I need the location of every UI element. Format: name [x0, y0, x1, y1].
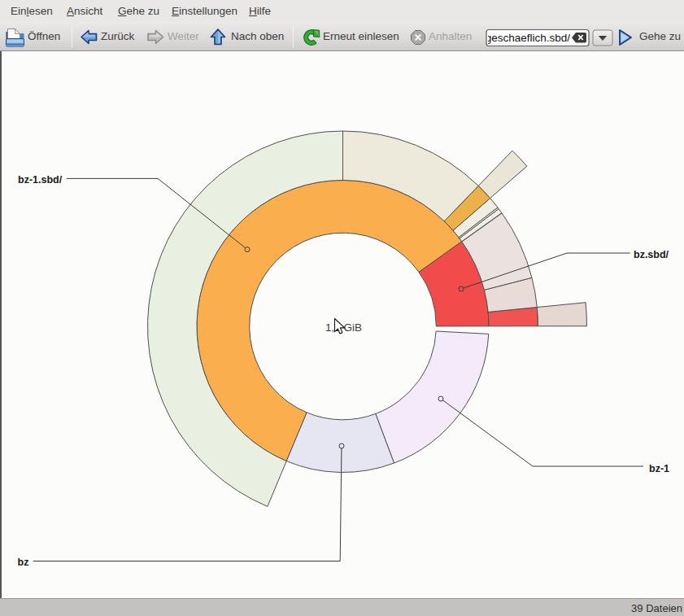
svg-text:bz.sbd/: bz.sbd/: [634, 249, 669, 260]
svg-text:bz: bz: [18, 557, 29, 568]
svg-text:bz-1.sbd/: bz-1.sbd/: [18, 174, 63, 186]
svg-text:bz-1: bz-1: [649, 463, 669, 474]
